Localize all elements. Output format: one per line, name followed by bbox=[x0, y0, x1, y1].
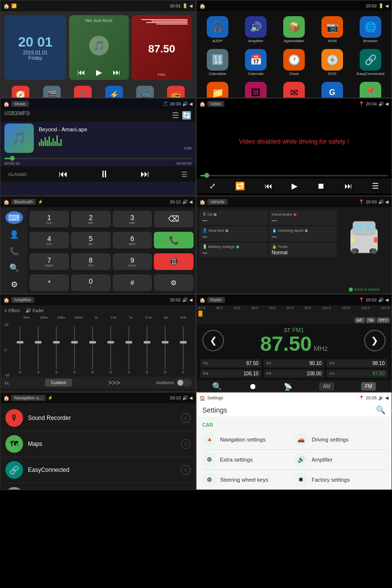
video-play-btn[interactable]: ▶ bbox=[292, 181, 297, 191]
bt-key-4[interactable]: 4GHI bbox=[29, 232, 69, 248]
bt-key-0[interactable]: 0+ bbox=[71, 274, 111, 291]
apps-back[interactable]: ◀ bbox=[385, 3, 389, 8]
radio-back[interactable]: ◀ bbox=[385, 297, 389, 302]
apps-home-icon[interactable]: 🏠 bbox=[199, 3, 205, 9]
amp-effect-ctrl[interactable]: ≡ Effect bbox=[4, 308, 20, 313]
eq-band-60[interactable]: 0 bbox=[12, 323, 28, 377]
app-amplifier[interactable]: 🔊 Amplifier bbox=[238, 14, 274, 45]
eq-band-1k[interactable]: 0 bbox=[84, 323, 101, 377]
bt-key-star[interactable]: * bbox=[29, 274, 69, 291]
eq-band-500[interactable]: 0 bbox=[66, 323, 83, 377]
settings-home-icon[interactable]: 🏠 bbox=[199, 395, 205, 401]
eq-thumb-2k5[interactable] bbox=[107, 341, 114, 343]
eq-thumb-12k5[interactable] bbox=[144, 341, 150, 343]
eq-band-100[interactable]: 0 bbox=[30, 323, 47, 377]
nav-home-icon[interactable]: 🏠 bbox=[3, 395, 9, 401]
bt-keypad-icon[interactable]: ⌨ bbox=[5, 211, 23, 224]
settings-nav-item[interactable]: 🔺 Navigation settings bbox=[202, 430, 294, 450]
settings-factory-item[interactable]: ✱ Factory settings bbox=[294, 470, 386, 490]
preset-name[interactable]: Custom bbox=[45, 379, 72, 387]
bt-back[interactable]: ◀ bbox=[189, 199, 193, 204]
music-back[interactable]: ◀ bbox=[189, 101, 193, 106]
eq-thumb-sub[interactable] bbox=[180, 341, 187, 343]
radio-pty-btn[interactable]: PTY bbox=[377, 318, 390, 323]
eq-band-15k[interactable]: 0 bbox=[157, 323, 173, 377]
app-browser[interactable]: 🌐 Browser bbox=[352, 14, 389, 45]
amp-home-icon[interactable]: 🏠 bbox=[3, 297, 9, 303]
home-app-dvr[interactable]: 📹 DVR bbox=[136, 86, 154, 98]
app-clock[interactable]: 🕐 Clock bbox=[276, 47, 312, 78]
preset-prev-btn[interactable]: ‹‹ bbox=[4, 379, 9, 387]
radio-preset-p1[interactable]: P1 87.50 bbox=[200, 359, 262, 368]
music-list-icon[interactable]: ☰ bbox=[172, 111, 179, 120]
bt-key-5[interactable]: 5JKL bbox=[71, 232, 111, 248]
home-app-music[interactable]: 🎵 Music bbox=[74, 86, 92, 98]
app-a2dp[interactable]: 🎧 A2DP bbox=[199, 14, 236, 45]
radio-preset-p4[interactable]: P4 106.10 bbox=[200, 369, 262, 378]
home-radio-widget[interactable]: 87.50 FM1 bbox=[132, 15, 192, 80]
bt-key-settings[interactable]: ⚙ bbox=[154, 274, 194, 291]
app-gallery[interactable]: 🖼 Gallery bbox=[238, 80, 274, 98]
app-apkinstaller[interactable]: 📦 ApkInstaller bbox=[276, 14, 312, 45]
eq-band-200[interactable]: 0 bbox=[48, 323, 65, 377]
bt-key-backspace[interactable]: ⌫ bbox=[154, 211, 194, 227]
home-app-navigation[interactable]: 🧭 Navigation bbox=[11, 86, 30, 98]
music-next-btn[interactable]: ⏭ bbox=[141, 169, 149, 179]
radio-record-btn[interactable]: ⏺ bbox=[249, 382, 257, 391]
radio-preset-p5[interactable]: P5 108.00 bbox=[264, 369, 325, 378]
radio-af-btn[interactable]: AF bbox=[355, 318, 365, 323]
radio-ta-btn[interactable]: TA bbox=[366, 318, 376, 323]
music-home-icon[interactable]: 🏠 bbox=[3, 101, 9, 107]
nav-back[interactable]: ◀ bbox=[189, 395, 193, 400]
radio-preset-p2[interactable]: P2 90.10 bbox=[264, 359, 325, 368]
bt-key-hash[interactable]: # bbox=[113, 274, 152, 291]
settings-extra-item[interactable]: ⚙ Extra settings bbox=[202, 450, 294, 470]
nav-easyconnected[interactable]: 🔗 EasyConnected ○ bbox=[2, 457, 194, 483]
music-play-pause-btn[interactable]: ⏸ bbox=[99, 169, 109, 180]
app-easyconnected[interactable]: 🔗 EasyConnected bbox=[352, 47, 389, 78]
radio-am-btn[interactable]: AM bbox=[319, 382, 334, 391]
loudness-toggle[interactable] bbox=[177, 379, 192, 386]
eq-band-5k[interactable]: 0 bbox=[121, 323, 137, 377]
app-calendar[interactable]: 📅 Calendar bbox=[238, 47, 274, 78]
home-prev-btn[interactable]: ⏮ bbox=[77, 68, 85, 77]
video-list-btn[interactable]: ☰ bbox=[372, 181, 379, 191]
bt-hangup-btn[interactable]: 📵 bbox=[154, 253, 194, 270]
home-next-btn[interactable]: ⏭ bbox=[113, 68, 121, 77]
bt-key-8[interactable]: 8TUV bbox=[71, 253, 111, 270]
bt-calls-icon[interactable]: 📞 bbox=[5, 245, 23, 257]
eq-band-12k5[interactable]: 0 bbox=[139, 323, 155, 377]
radio-next-btn[interactable]: ❯ bbox=[364, 330, 386, 351]
home-app-bluetooth[interactable]: ⚡ Bluetooth bbox=[105, 86, 123, 98]
home-app-video[interactable]: 🎬 Video bbox=[43, 86, 61, 98]
music-prev-btn[interactable]: ⏮ bbox=[59, 169, 68, 179]
music-progress-thumb[interactable] bbox=[10, 156, 15, 161]
radio-home-icon[interactable]: 🏠 bbox=[199, 297, 205, 303]
home-play-btn[interactable]: ▶ bbox=[96, 68, 102, 77]
bt-key-7[interactable]: 7PQRS bbox=[29, 253, 69, 270]
bt-settings-icon[interactable]: ⚙ bbox=[5, 278, 23, 291]
video-repeat-btn[interactable]: 🔁 bbox=[235, 181, 245, 191]
app-google[interactable]: G Google bbox=[314, 80, 350, 98]
settings-search-icon[interactable]: 🔍 bbox=[376, 405, 386, 415]
video-next-btn[interactable]: ⏭ bbox=[344, 182, 352, 191]
bt-call-btn[interactable]: 📞 bbox=[154, 232, 194, 248]
video-stop-btn[interactable]: ⏹ bbox=[317, 182, 325, 191]
video-expand-btn[interactable]: ⤢ bbox=[209, 181, 216, 191]
app-gpsinfo[interactable]: 📍 GPS Info bbox=[352, 80, 389, 98]
home-back[interactable]: ◀ bbox=[189, 3, 193, 8]
settings-back[interactable]: ◀ bbox=[385, 395, 389, 400]
eq-thumb-100[interactable] bbox=[35, 341, 42, 343]
preset-next-btn[interactable]: >>> bbox=[108, 379, 121, 387]
video-home-icon[interactable]: 🏠 bbox=[199, 101, 205, 107]
eq-thumb-60[interactable] bbox=[17, 341, 24, 343]
bt-key-3[interactable]: 3DEF bbox=[113, 211, 152, 227]
video-prev-btn[interactable]: ⏮ bbox=[265, 182, 272, 191]
app-filebrowser[interactable]: 📁 FileBrowser bbox=[199, 80, 236, 98]
bt-home-icon[interactable]: 🏠 bbox=[3, 199, 9, 205]
settings-driving-item[interactable]: 🚗 Driving settings bbox=[294, 430, 386, 450]
eq-thumb-1k[interactable] bbox=[89, 341, 96, 343]
video-progress-thumb[interactable] bbox=[204, 173, 209, 178]
eq-thumb-5k[interactable] bbox=[125, 341, 132, 343]
eq-thumb-15k[interactable] bbox=[162, 341, 169, 343]
